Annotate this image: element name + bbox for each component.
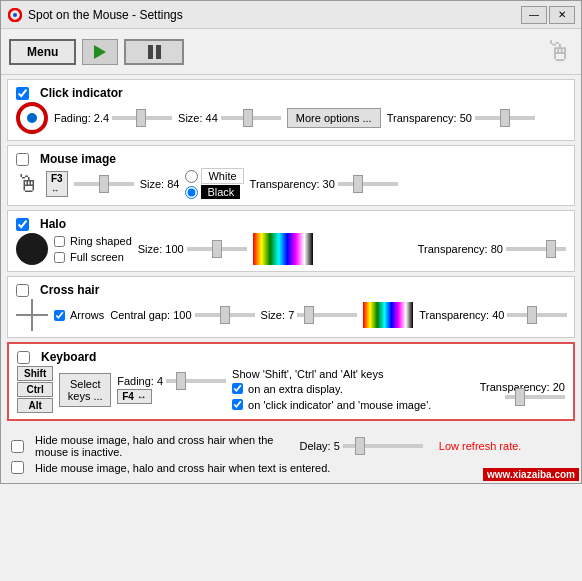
click-indicator-icon bbox=[16, 102, 48, 134]
cross-hair-section: Cross hair Arrows Central gap: 100 Size:… bbox=[7, 276, 575, 338]
click-indicator-row: Click indicator bbox=[16, 86, 566, 100]
halo-size-slider[interactable] bbox=[187, 247, 247, 251]
mi-size-label: Size: 84 bbox=[140, 178, 180, 190]
mi-transparency-slider[interactable] bbox=[338, 182, 398, 186]
menu-button[interactable]: Menu bbox=[9, 39, 76, 65]
ci-transparency-label: Transparency: 50 bbox=[387, 112, 472, 124]
white-radio-row: White bbox=[185, 168, 243, 184]
halo-checkbox[interactable] bbox=[16, 218, 29, 231]
full-screen-row: Full screen bbox=[54, 251, 132, 263]
mouse-image-header-row: Mouse image bbox=[16, 152, 566, 166]
cross-hair-title: Cross hair bbox=[40, 283, 99, 297]
kb-fading-label: Fading: 4 bbox=[117, 375, 163, 387]
hide-text-label: Hide mouse image, halo and cross hair wh… bbox=[35, 462, 330, 474]
halo-title: Halo bbox=[40, 217, 66, 231]
halo-icon bbox=[16, 233, 48, 265]
halo-transparency-group: Transparency: 80 bbox=[418, 243, 566, 255]
pause-icon bbox=[148, 45, 161, 59]
color-radio-group: White Black bbox=[185, 168, 243, 199]
white-radio[interactable] bbox=[185, 170, 198, 183]
central-gap-group: Central gap: 100 bbox=[110, 309, 254, 321]
kb-fading-group: Fading: 4 bbox=[117, 375, 226, 387]
black-radio[interactable] bbox=[185, 186, 198, 199]
central-gap-label: Central gap: 100 bbox=[110, 309, 191, 321]
arrows-checkbox[interactable] bbox=[54, 310, 65, 321]
ch-color-gradient[interactable] bbox=[363, 302, 413, 328]
mi-transparency-group: Transparency: 30 bbox=[250, 178, 398, 190]
main-window: Spot on the Mouse - Settings — ✕ Menu 🖱 … bbox=[0, 0, 582, 484]
fading-slider[interactable] bbox=[112, 116, 172, 120]
play-button[interactable] bbox=[82, 39, 118, 65]
ci-transparency-slider[interactable] bbox=[475, 116, 535, 120]
click-indicator-kb-label: on 'click indicator' and 'mouse image'. bbox=[248, 399, 431, 411]
click-indicator-kb-checkbox[interactable] bbox=[232, 399, 243, 410]
ring-shaped-label: Ring shaped bbox=[70, 235, 132, 247]
shift-key: Shift bbox=[17, 366, 53, 381]
extra-display-label: on an extra display. bbox=[248, 383, 343, 395]
keyboard-section: Keyboard Shift Ctrl Alt Select keys ... … bbox=[7, 342, 575, 421]
mouse-image-size-slider[interactable] bbox=[74, 182, 134, 186]
minimize-button[interactable]: — bbox=[521, 6, 547, 24]
mi-size-group: Size: 84 bbox=[140, 178, 180, 190]
click-indicator-section: Click indicator Fading: 2.4 Size: 44 Mor… bbox=[7, 79, 575, 141]
more-options-button[interactable]: More options ... bbox=[287, 108, 381, 128]
ci-size-slider[interactable] bbox=[221, 116, 281, 120]
delay-label: Delay: 5 bbox=[299, 440, 339, 452]
window-title: Spot on the Mouse - Settings bbox=[28, 8, 521, 22]
ci-size-label: Size: 44 bbox=[178, 112, 218, 124]
central-gap-slider[interactable] bbox=[195, 313, 255, 317]
ring-shaped-checkbox[interactable] bbox=[54, 236, 65, 247]
mouse-logo: 🖱 bbox=[545, 35, 573, 68]
halo-size-group: Size: 100 bbox=[138, 243, 247, 255]
white-label: White bbox=[201, 168, 243, 184]
keyboard-controls: Shift Ctrl Alt Select keys ... Fading: 4… bbox=[17, 366, 565, 413]
hide-inactive-checkbox[interactable] bbox=[11, 440, 24, 453]
app-icon bbox=[7, 7, 23, 23]
full-screen-label: Full screen bbox=[70, 251, 124, 263]
keyboard-title: Keyboard bbox=[41, 350, 96, 364]
keyboard-checkbox[interactable] bbox=[17, 351, 30, 364]
close-button[interactable]: ✕ bbox=[549, 6, 575, 24]
delay-slider[interactable] bbox=[343, 444, 423, 448]
ch-transparency-slider[interactable] bbox=[507, 313, 567, 317]
title-bar: Spot on the Mouse - Settings — ✕ bbox=[1, 1, 581, 29]
ch-transparency-label: Transparency: 40 bbox=[419, 309, 504, 321]
hide-inactive-text: Hide mouse image, halo and cross hair wh… bbox=[35, 434, 273, 458]
f3-badge: F3↔ bbox=[46, 171, 68, 197]
halo-transparency-slider[interactable] bbox=[506, 247, 566, 251]
mouse-image-controls: 🖱 F3↔ Size: 84 White Black Transparency:… bbox=[16, 168, 566, 199]
arrows-label: Arrows bbox=[70, 309, 104, 321]
ci-transparency-group: Transparency: 50 bbox=[387, 112, 535, 124]
kb-fading-slider[interactable] bbox=[166, 379, 226, 383]
keyboard-header-row: Keyboard bbox=[17, 350, 565, 364]
black-radio-row: Black bbox=[185, 185, 243, 199]
pause-line-right bbox=[156, 45, 161, 59]
keyboard-keys-display: Shift Ctrl Alt bbox=[17, 366, 53, 413]
ci-inner-dot bbox=[27, 113, 37, 123]
halo-color-gradient[interactable] bbox=[253, 233, 313, 265]
click-indicator-kb-row: on 'click indicator' and 'mouse image'. bbox=[232, 399, 474, 411]
crosshair-icon bbox=[16, 299, 48, 331]
select-keys-button[interactable]: Select keys ... bbox=[59, 373, 111, 407]
low-refresh-label: Low refresh rate. bbox=[439, 440, 522, 452]
full-screen-checkbox[interactable] bbox=[54, 252, 65, 263]
mouse-image-section: Mouse image 🖱 F3↔ Size: 84 White Black T… bbox=[7, 145, 575, 206]
extra-display-row: on an extra display. bbox=[232, 383, 474, 395]
hide-text-checkbox[interactable] bbox=[11, 461, 24, 474]
f4-badge: F4 ↔ bbox=[117, 389, 151, 404]
ci-size-group: Size: 44 bbox=[178, 112, 281, 124]
ch-size-slider[interactable] bbox=[297, 313, 357, 317]
click-indicator-checkbox[interactable] bbox=[16, 87, 29, 100]
toolbar: Menu 🖱 bbox=[1, 29, 581, 75]
mouse-image-checkbox[interactable] bbox=[16, 153, 29, 166]
watermark: www.xiazaiba.com bbox=[483, 468, 579, 481]
click-indicator-title: Click indicator bbox=[40, 86, 123, 100]
cross-hair-checkbox[interactable] bbox=[16, 284, 29, 297]
alt-key: Alt bbox=[17, 398, 53, 413]
kb-transparency-slider[interactable] bbox=[505, 395, 565, 399]
mi-transparency-label: Transparency: 30 bbox=[250, 178, 335, 190]
extra-display-checkbox[interactable] bbox=[232, 383, 243, 394]
mouse-image-title: Mouse image bbox=[40, 152, 116, 166]
pause-button[interactable] bbox=[124, 39, 184, 65]
ch-size-label: Size: 7 bbox=[261, 309, 295, 321]
